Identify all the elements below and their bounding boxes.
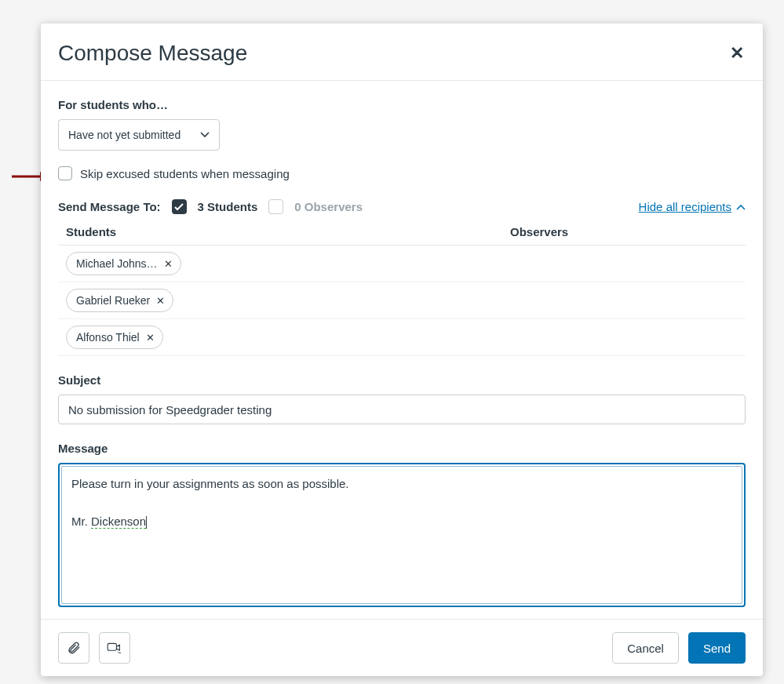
observers-column-header: Observers — [510, 225, 746, 238]
paperclip-icon — [67, 641, 81, 655]
modal-body: For students who… Have not yet submitted… — [41, 81, 763, 619]
observers-checkbox[interactable] — [268, 199, 283, 214]
students-checkbox[interactable] — [172, 199, 187, 214]
compose-message-modal: Compose Message ✕ For students who… Have… — [41, 24, 763, 676]
send-button[interactable]: Send — [688, 632, 746, 664]
modal-header: Compose Message ✕ — [41, 24, 763, 81]
recipient-pill: Alfonso Thiel ✕ — [66, 326, 163, 349]
recipient-row: Gabriel Rueker ✕ — [58, 282, 746, 319]
close-icon: ✕ — [730, 43, 744, 63]
close-button[interactable]: ✕ — [730, 45, 744, 62]
message-content: Please turn in your assignments as soon … — [61, 466, 742, 604]
remove-recipient-icon[interactable]: ✕ — [164, 258, 173, 270]
recipient-name: Alfonso Thiel — [76, 331, 140, 344]
text-cursor — [146, 516, 147, 529]
recipient-row: Alfonso Thiel ✕ — [58, 319, 746, 356]
modal-footer: Cancel Send — [41, 619, 763, 676]
chevron-down-icon — [200, 132, 210, 138]
students-count: 3 Students — [198, 200, 258, 213]
recipient-pill: Michael Johns… ✕ — [66, 252, 181, 275]
subject-label: Subject — [58, 373, 746, 387]
skip-excused-row: Skip excused students when messaging — [58, 166, 746, 180]
attach-file-button[interactable] — [58, 632, 89, 664]
media-button[interactable] — [99, 632, 130, 664]
message-label: Message — [58, 442, 746, 455]
skip-excused-label: Skip excused students when messaging — [80, 167, 290, 180]
subject-input[interactable] — [58, 395, 746, 424]
hide-recipients-link[interactable]: Hide all recipients — [639, 200, 746, 213]
recipient-row: Michael Johns… ✕ — [58, 246, 746, 282]
modal-title: Compose Message — [58, 41, 247, 66]
observers-count: 0 Observers — [294, 200, 363, 213]
recipients-header: Students Observers — [58, 222, 746, 246]
skip-excused-checkbox[interactable] — [58, 166, 72, 180]
svg-rect-2 — [108, 643, 116, 650]
send-to-label: Send Message To: — [58, 200, 161, 213]
recipient-pill: Gabriel Rueker ✕ — [66, 289, 173, 312]
check-icon — [174, 203, 184, 211]
hide-recipients-label: Hide all recipients — [639, 200, 731, 213]
criteria-label: For students who… — [58, 98, 746, 111]
message-section: Message Please turn in your assignments … — [58, 442, 746, 607]
remove-recipient-icon[interactable]: ✕ — [146, 332, 155, 344]
remove-recipient-icon[interactable]: ✕ — [156, 295, 165, 307]
students-column-header: Students — [66, 225, 510, 238]
recipient-name: Michael Johns… — [76, 257, 158, 270]
criteria-selected-value: Have not yet submitted — [68, 129, 181, 141]
recipient-name: Gabriel Rueker — [76, 294, 150, 307]
chevron-up-icon — [736, 204, 746, 210]
media-icon — [107, 642, 122, 654]
subject-section: Subject — [58, 373, 746, 424]
criteria-select[interactable]: Have not yet submitted — [58, 119, 220, 151]
send-to-row: Send Message To: 3 Students 0 Observers … — [58, 199, 746, 214]
message-textarea[interactable]: Please turn in your assignments as soon … — [58, 463, 746, 607]
cancel-button[interactable]: Cancel — [612, 632, 679, 664]
